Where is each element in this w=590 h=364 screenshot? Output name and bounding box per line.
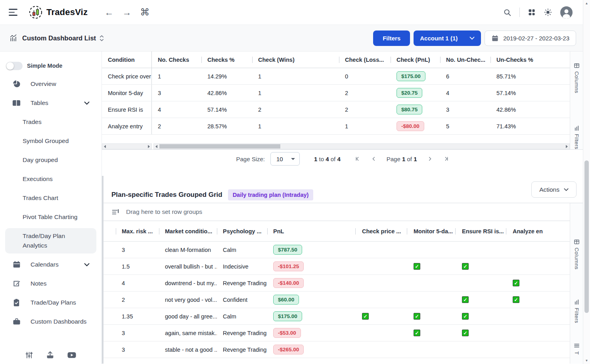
sliders-icon[interactable]	[25, 351, 33, 359]
table-row[interactable]: 1.5 overall bullish - but ... Indecisive…	[103, 258, 570, 275]
last-page-icon[interactable]	[442, 156, 449, 162]
table-row[interactable]: Monitor 5-day 3 42.86% 1 2 $20.75 4 57.1…	[102, 85, 570, 101]
back-arrow-icon[interactable]: ←	[104, 8, 113, 17]
column-header-check-loss[interactable]: Check (Loss...	[339, 51, 391, 68]
cell-psychology: Calm	[217, 308, 267, 324]
cell: 42.86%	[490, 101, 570, 118]
cell: 42.86%	[201, 85, 252, 101]
table-row[interactable]: 3 stable - not a good ... Revenge Tradin…	[103, 341, 570, 358]
sidebar-item-trade-day-plan-analytics[interactable]: Trade/Day Plan Analytics	[5, 228, 96, 253]
scroll-right-icon[interactable]	[566, 145, 568, 148]
plan-badge[interactable]: Daily trading plan (Intraday)	[228, 189, 314, 200]
cell-market: not very good - vol...	[159, 292, 217, 308]
horizontal-scrollbar[interactable]	[102, 143, 570, 149]
command-icon[interactable]: ⌘	[140, 8, 149, 17]
next-page-icon[interactable]	[427, 156, 433, 162]
sidebar-item-pivot-table-charting[interactable]: Pivot Table Charting	[0, 208, 102, 227]
sidebar-item-tables[interactable]: Tables	[0, 93, 102, 112]
scroll-left-icon[interactable]	[104, 145, 106, 148]
table-row[interactable]: Analyze entry 2 28.57% 1 1 -$80.00 5 71.…	[102, 118, 570, 135]
date-range-picker[interactable]: 2019-02-27 - 2022-03-23	[485, 30, 576, 46]
filters-panel-tab[interactable]: Filters	[570, 125, 583, 149]
window-scrollbar[interactable]: ▲ ▼	[583, 0, 590, 364]
columns-panel-tab[interactable]: Columns	[570, 239, 583, 269]
theme-brightness-icon[interactable]	[544, 8, 552, 17]
column-header-check-pnl[interactable]: Check (PnL)	[391, 51, 440, 68]
third-panel-tab[interactable]: T	[570, 343, 583, 355]
table-row[interactable]: Ensure RSI is 4 57.14% 2 2 $80.75 3 42.8…	[102, 101, 570, 118]
scroll-right-icon[interactable]	[148, 145, 150, 148]
sidebar-item-calendars[interactable]: Calendars	[0, 255, 102, 274]
cell: 2	[339, 85, 391, 101]
sidebar-item-day-grouped[interactable]: Day grouped	[0, 151, 102, 170]
column-header-no-unchecks[interactable]: No. Un-Chec...	[440, 51, 490, 68]
account-dropdown-label: Account 1 (1)	[420, 35, 458, 42]
table-row[interactable]: 3 again, same mistak... Revenge Trading …	[103, 325, 570, 341]
prev-page-icon[interactable]	[371, 156, 377, 162]
table-row[interactable]: 3 clean M-formation Calm $787.50 ✓ ✓ ✓ ✓	[103, 242, 570, 258]
checked-icon: ✓	[462, 330, 469, 336]
sidebar-item-label: Trade/Day Plans	[31, 299, 76, 306]
sidebar-item-label: Trades	[23, 118, 42, 126]
scroll-down-icon[interactable]: ▼	[583, 359, 590, 362]
sidebar-item-trade-day-plans[interactable]: Trade/Day Plans	[0, 293, 102, 312]
cell: 1	[252, 68, 339, 84]
column-header-condition[interactable]: Condition	[102, 51, 152, 68]
sidebar-item-custom-dashboards[interactable]: Custom Dashboards	[0, 312, 102, 331]
sidebar-item-executions[interactable]: Executions	[0, 170, 102, 189]
columns-tab-label: Columns	[574, 71, 580, 93]
column-header-check-price[interactable]: Check price ...	[355, 221, 407, 241]
sidebar-item-overview[interactable]: Overview	[0, 74, 102, 93]
youtube-icon[interactable]	[67, 352, 76, 358]
column-header-ensure-rsi[interactable]: Ensure RSI is...	[455, 221, 506, 241]
scroll-left-icon[interactable]	[155, 145, 157, 148]
cell-psychology: Revenge Trading	[217, 275, 267, 291]
cell-max-risk: 1.35	[116, 308, 159, 324]
filters-button[interactable]: Filters	[373, 30, 410, 46]
page-size-select[interactable]: 10	[270, 152, 300, 166]
upload-icon[interactable]	[46, 351, 54, 359]
sidebar-item-trades-chart[interactable]: Trades Chart	[0, 189, 102, 208]
pnl-badge: -$53.00	[273, 328, 301, 338]
first-page-icon[interactable]	[355, 156, 361, 162]
search-icon[interactable]	[503, 8, 511, 17]
column-header-monitor-5day[interactable]: Monitor 5-da...	[407, 221, 455, 241]
filter-icon	[574, 125, 580, 131]
apps-grid-icon[interactable]	[528, 8, 536, 16]
column-header-no-checks[interactable]: No. Checks	[152, 51, 201, 68]
column-header-check-wins[interactable]: Check (Wins)	[252, 51, 339, 68]
sidebar-item-label: Pivot Table Charting	[23, 213, 77, 221]
sidebar-item-notes[interactable]: Notes	[0, 274, 102, 293]
table-row[interactable]: 2 not very good - vol... Confident $60.0…	[103, 292, 570, 308]
row-group-drop-zone[interactable]: Drag here to set row groups	[103, 203, 570, 221]
column-header-unchecks-pct[interactable]: Un-Checks %	[490, 51, 570, 68]
dashboard-switcher-icon[interactable]	[99, 35, 104, 42]
simple-mode-toggle[interactable]	[6, 62, 23, 70]
scrollbar-thumb[interactable]	[159, 144, 280, 149]
tradesviz-logo-icon	[29, 5, 43, 19]
pnl-badge: -$101.25	[273, 261, 304, 271]
sidebar-item-trades[interactable]: Trades	[0, 112, 102, 131]
filters-panel-tab[interactable]: Filters	[570, 299, 583, 323]
menu-icon[interactable]	[9, 9, 18, 16]
column-header-psychology[interactable]: Psychology ...	[217, 221, 267, 241]
column-header-checks-pct[interactable]: Checks %	[201, 51, 252, 68]
sidebar-item-symbol-grouped[interactable]: Symbol Grouped	[0, 131, 102, 151]
page-header: Custom Dashboard List Filters Account 1 …	[0, 25, 583, 51]
actions-button[interactable]: Actions	[531, 181, 577, 198]
scroll-up-icon[interactable]: ▲	[583, 2, 590, 5]
column-header-analyze-entry[interactable]: Analyze en	[506, 221, 570, 241]
columns-panel-tab[interactable]: Columns	[570, 63, 583, 93]
account-dropdown[interactable]: Account 1 (1)	[414, 30, 481, 46]
column-header-pnl[interactable]: PnL	[267, 221, 355, 241]
table-row[interactable]: 1.35 good day - all gree... Calm $175.00…	[103, 308, 570, 325]
avatar[interactable]	[560, 6, 573, 19]
scrollbar-thumb[interactable]	[584, 160, 589, 313]
table-row[interactable]: 4 downtrend - but my... Revenge Trading …	[103, 275, 570, 292]
column-header-max-risk[interactable]: Max. risk ...	[116, 221, 159, 241]
table-row[interactable]: Check price over 1 14.29% 1 0 $175.00 6 …	[102, 68, 570, 85]
column-header-market-condition[interactable]: Market conditio...	[159, 221, 217, 241]
brand-logo[interactable]: TradesViz	[29, 5, 88, 19]
cell: 71.43%	[490, 118, 570, 134]
forward-arrow-icon[interactable]: →	[122, 8, 131, 17]
